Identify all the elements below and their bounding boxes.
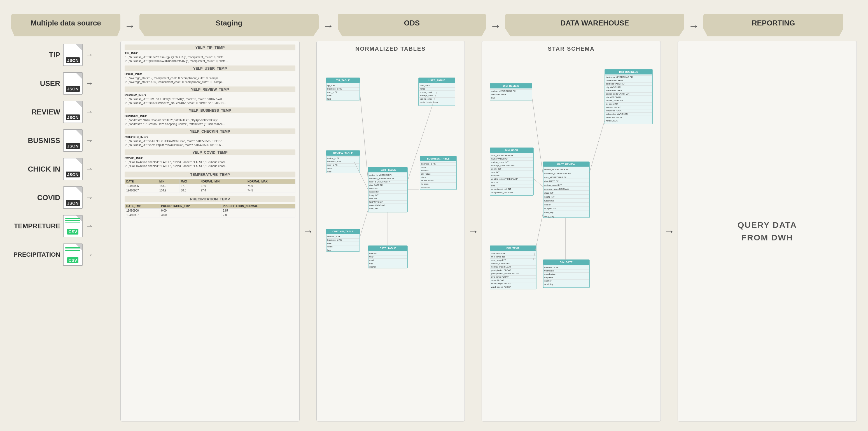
staging-data-covid-2: 2 { "Call To Action enabled": "FALSE", "… (125, 164, 296, 168)
svg-text:normal_min FLOAT: normal_min FLOAT (491, 262, 510, 265)
svg-line-242 (533, 178, 543, 187)
svg-text:cool INT: cool INT (544, 203, 553, 206)
svg-text:average_stars DECIMAL: average_stars DECIMAL (544, 188, 569, 190)
svg-text:review_count INT: review_count INT (606, 99, 623, 102)
reporting-line1: QUERY DATA (738, 220, 797, 230)
staging-sub-business: BUSINES_INFO (125, 114, 296, 118)
svg-text:user_id VARCHAR FK: user_id VARCHAR FK (369, 180, 390, 183)
svg-text:year: year (369, 256, 374, 258)
json-icon-covid: JSON (63, 187, 83, 209)
svg-text:yelping_since: yelping_since (420, 98, 432, 100)
svg-text:REVIEW_TABLE: REVIEW_TABLE (333, 152, 353, 155)
source-row-tip: TIP JSON → (11, 44, 120, 66)
arrow-covid: → (85, 193, 93, 202)
json-badge-chick-in: JSON (66, 172, 80, 177)
staging-data-tip-1: 1 { "business_id": "7kHvPC8SmRgpDgO9xXT1… (125, 56, 296, 59)
svg-text:day: day (369, 262, 373, 265)
arrow-precipitation: → (85, 250, 93, 259)
svg-text:DATE_TABLE: DATE_TABLE (380, 247, 396, 250)
svg-text:user_id FK: user_id FK (327, 91, 337, 94)
svg-text:snow FLOAT: snow FLOAT (491, 279, 504, 281)
svg-text:categories VARCHAR: categories VARCHAR (606, 113, 628, 115)
staging-sub-tip: TIP_INFO (125, 52, 296, 55)
svg-text:snow_depth FLOAT: snow_depth FLOAT (491, 283, 511, 285)
svg-text:max_temp INT: max_temp INT (491, 259, 506, 261)
data-sources-column: TIP JSON → USER JSON → REVIEW JSON → (11, 41, 120, 266)
arrow-user: → (85, 79, 93, 88)
arrow-ods-dw: → (465, 41, 482, 422)
svg-text:name: name (421, 166, 427, 168)
staging-title-tip: YELP_TIP_TEMP (125, 44, 296, 51)
svg-text:tip_id PK: tip_id PK (327, 84, 336, 87)
svg-text:user_id VARCHAR PK: user_id VARCHAR PK (491, 154, 514, 157)
json-badge-review: JSON (66, 114, 80, 120)
source-label-busniss: BUSNISS (11, 136, 60, 145)
banner-arrow-1: → (120, 18, 140, 34)
staging-data-business-2: 2 { "address": "87 Grasso Plaza Shopping… (125, 122, 296, 126)
svg-text:FACT_TABLE: FACT_TABLE (380, 168, 396, 171)
source-label-user: USER (11, 79, 60, 88)
svg-text:name: name (420, 88, 425, 90)
svg-text:name VARCHAR: name VARCHAR (369, 204, 385, 206)
json-icon-chick-in: JSON (63, 158, 83, 180)
svg-text:DIM_USER: DIM_USER (505, 149, 518, 152)
svg-text:DIM_TEMP: DIM_TEMP (506, 247, 520, 250)
svg-text:business_id FK: business_id FK (327, 239, 342, 241)
source-row-covid: COVID JSON → (11, 187, 120, 209)
svg-text:date: date (491, 97, 496, 99)
json-badge-user: JSON (66, 86, 80, 92)
svg-text:month date: month date (544, 273, 556, 275)
svg-text:text VARCHAR: text VARCHAR (369, 201, 383, 203)
svg-text:business_id VARCHAR FK: business_id VARCHAR FK (369, 177, 394, 180)
svg-text:date_key: date_key (544, 211, 553, 214)
svg-text:business_id FK: business_id FK (327, 88, 342, 90)
banner-dw-label: DATA WAREHOUSE (560, 19, 629, 27)
svg-text:stars: stars (421, 176, 426, 178)
banner-reporting: REPORTING (703, 14, 843, 36)
json-badge-covid: JSON (66, 200, 80, 206)
svg-text:year date: year date (544, 269, 554, 272)
svg-text:business_id PK: business_id PK (421, 163, 436, 165)
svg-text:date DATE FK: date DATE FK (369, 184, 383, 187)
svg-text:date: date (327, 242, 332, 244)
svg-line-245 (533, 212, 543, 260)
svg-text:review_id PK: review_id PK (327, 157, 340, 160)
arrow-tip: → (85, 51, 93, 59)
staging-title-user: YELP_USER_TEMP (125, 65, 296, 71)
source-label-tip: TIP (11, 51, 60, 59)
source-row-tempreture: TEMPRETURE CSV → (11, 215, 120, 237)
svg-text:type: type (327, 249, 331, 251)
svg-text:normal_max FLOAT: normal_max FLOAT (491, 266, 511, 268)
svg-text:name VARCHAR: name VARCHAR (491, 158, 508, 160)
banner-dw: DATA WAREHOUSE (505, 14, 684, 36)
reporting-panel: QUERY DATA FROM DWH (678, 41, 857, 422)
svg-text:checkin_id PK: checkin_id PK (327, 235, 341, 238)
source-row-user: USER JSON → (11, 72, 120, 95)
svg-text:user_id VARCHAR FK: user_id VARCHAR FK (544, 176, 567, 178)
staging-sub-checkin: CHECKIN_INFO (125, 135, 296, 139)
svg-text:average_stars: average_stars (420, 94, 433, 97)
source-label-review: REVIEW (11, 108, 60, 117)
svg-text:hours JSON: hours JSON (606, 120, 618, 122)
star-schema-diagram: FACT_REVIEW review_id VARCHAR PK busines… (487, 56, 655, 391)
svg-text:useful INT: useful INT (491, 168, 501, 170)
svg-text:user_id FK: user_id FK (327, 164, 337, 166)
svg-text:CHECKIN_TABLE: CHECKIN_TABLE (332, 230, 353, 233)
source-row-review: REVIEW JSON → (11, 101, 120, 123)
svg-text:business_id FK: business_id FK (327, 160, 342, 163)
svg-text:review_count: review_count (421, 179, 434, 182)
arrow-chick-in: → (85, 165, 93, 173)
svg-text:date DATE PK: date DATE PK (544, 266, 559, 269)
svg-text:funny INT: funny INT (369, 194, 378, 196)
staging-sub-user: USER_INFO (125, 72, 296, 76)
svg-text:useful INT: useful INT (369, 191, 379, 193)
precip-table: DATE_TMP PRECIPITATION_TMP PRECIPITATION… (125, 204, 296, 218)
svg-text:review_id VARCHAR PK: review_id VARCHAR PK (369, 174, 392, 176)
reporting-line2: FROM DWH (741, 233, 793, 242)
banner-arrow-3: → (486, 18, 505, 34)
svg-text:name VARCHAR: name VARCHAR (606, 79, 623, 82)
svg-text:wind_speed FLOAT: wind_speed FLOAT (491, 286, 511, 288)
csv-icon-tempreture: CSV (63, 215, 83, 237)
svg-text:date_info: date_info (369, 207, 378, 210)
svg-text:DIM_BUSINESS: DIM_BUSINESS (619, 70, 638, 73)
